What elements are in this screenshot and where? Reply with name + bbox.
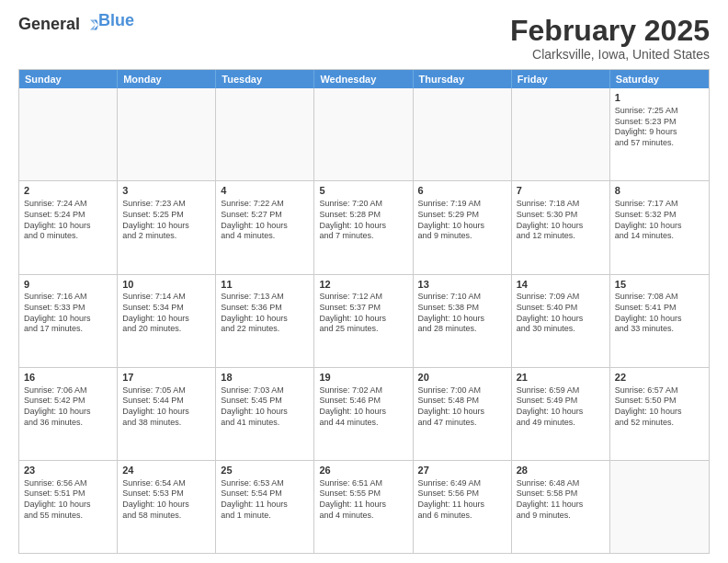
header-day-saturday: Saturday — [610, 70, 709, 88]
day-info: Sunrise: 6:49 AM Sunset: 5:56 PM Dayligh… — [418, 478, 506, 522]
day-info: Sunrise: 7:05 AM Sunset: 5:44 PM Dayligh… — [122, 385, 210, 429]
day-number: 8 — [615, 184, 704, 198]
day-cell-15: 15Sunrise: 7:08 AM Sunset: 5:41 PM Dayli… — [610, 275, 709, 367]
day-number: 10 — [122, 278, 210, 292]
day-number: 9 — [24, 278, 112, 292]
day-cell-27: 27Sunrise: 6:49 AM Sunset: 5:56 PM Dayli… — [414, 461, 512, 553]
empty-cell-4-6 — [610, 461, 709, 553]
day-cell-4: 4Sunrise: 7:22 AM Sunset: 5:27 PM Daylig… — [216, 181, 314, 273]
day-number: 13 — [418, 278, 506, 292]
empty-cell-0-5 — [512, 88, 610, 180]
day-cell-17: 17Sunrise: 7:05 AM Sunset: 5:44 PM Dayli… — [118, 368, 216, 460]
day-number: 11 — [221, 278, 309, 292]
day-cell-20: 20Sunrise: 7:00 AM Sunset: 5:48 PM Dayli… — [414, 368, 512, 460]
day-info: Sunrise: 7:10 AM Sunset: 5:38 PM Dayligh… — [418, 292, 506, 335]
day-info: Sunrise: 7:08 AM Sunset: 5:41 PM Dayligh… — [615, 292, 704, 335]
day-number: 6 — [418, 184, 506, 198]
day-cell-18: 18Sunrise: 7:03 AM Sunset: 5:45 PM Dayli… — [216, 368, 314, 460]
day-info: Sunrise: 7:02 AM Sunset: 5:46 PM Dayligh… — [319, 385, 407, 429]
logo-text: General Blue — [18, 15, 134, 34]
day-number: 21 — [517, 371, 605, 385]
day-cell-8: 8Sunrise: 7:17 AM Sunset: 5:32 PM Daylig… — [610, 181, 709, 273]
day-cell-14: 14Sunrise: 7:09 AM Sunset: 5:40 PM Dayli… — [512, 275, 610, 367]
day-info: Sunrise: 7:22 AM Sunset: 5:27 PM Dayligh… — [221, 199, 309, 242]
calendar-row-3: 16Sunrise: 7:06 AM Sunset: 5:42 PM Dayli… — [19, 367, 709, 460]
day-cell-7: 7Sunrise: 7:18 AM Sunset: 5:30 PM Daylig… — [512, 181, 610, 273]
day-info: Sunrise: 6:53 AM Sunset: 5:54 PM Dayligh… — [221, 478, 309, 522]
calendar-body: 1Sunrise: 7:25 AM Sunset: 5:23 PM Daylig… — [19, 88, 709, 553]
day-number: 14 — [517, 278, 605, 292]
day-cell-10: 10Sunrise: 7:14 AM Sunset: 5:34 PM Dayli… — [118, 275, 216, 367]
day-info: Sunrise: 6:48 AM Sunset: 5:58 PM Dayligh… — [517, 478, 605, 522]
day-cell-6: 6Sunrise: 7:19 AM Sunset: 5:29 PM Daylig… — [414, 181, 512, 273]
day-number: 27 — [418, 464, 506, 477]
day-number: 2 — [24, 184, 112, 198]
day-info: Sunrise: 7:20 AM Sunset: 5:28 PM Dayligh… — [319, 199, 407, 242]
day-cell-19: 19Sunrise: 7:02 AM Sunset: 5:46 PM Dayli… — [314, 368, 413, 460]
day-cell-9: 9Sunrise: 7:16 AM Sunset: 5:33 PM Daylig… — [19, 275, 118, 367]
day-info: Sunrise: 7:23 AM Sunset: 5:25 PM Dayligh… — [122, 199, 210, 242]
day-cell-26: 26Sunrise: 6:51 AM Sunset: 5:55 PM Dayli… — [314, 461, 413, 553]
svg-marker-1 — [90, 19, 95, 29]
day-number: 28 — [517, 464, 605, 477]
day-info: Sunrise: 6:57 AM Sunset: 5:50 PM Dayligh… — [615, 385, 704, 429]
header-day-monday: Monday — [118, 70, 216, 88]
day-info: Sunrise: 7:09 AM Sunset: 5:40 PM Dayligh… — [517, 292, 605, 335]
day-number: 22 — [615, 371, 704, 385]
day-number: 19 — [319, 371, 407, 385]
header-day-tuesday: Tuesday — [216, 70, 314, 88]
day-number: 1 — [615, 91, 704, 105]
header-day-friday: Friday — [512, 70, 610, 88]
day-number: 17 — [122, 371, 210, 385]
day-number: 4 — [221, 184, 309, 198]
header-day-wednesday: Wednesday — [314, 70, 413, 88]
calendar-row-2: 9Sunrise: 7:16 AM Sunset: 5:33 PM Daylig… — [19, 274, 709, 367]
header-day-sunday: Sunday — [19, 70, 118, 88]
day-number: 3 — [122, 184, 210, 198]
day-cell-25: 25Sunrise: 6:53 AM Sunset: 5:54 PM Dayli… — [216, 461, 314, 553]
day-cell-28: 28Sunrise: 6:48 AM Sunset: 5:58 PM Dayli… — [512, 461, 610, 553]
day-cell-24: 24Sunrise: 6:54 AM Sunset: 5:53 PM Dayli… — [118, 461, 216, 553]
day-number: 24 — [122, 464, 210, 477]
day-number: 20 — [418, 371, 506, 385]
day-cell-11: 11Sunrise: 7:13 AM Sunset: 5:36 PM Dayli… — [216, 275, 314, 367]
day-info: Sunrise: 7:06 AM Sunset: 5:42 PM Dayligh… — [24, 385, 112, 429]
day-info: Sunrise: 7:03 AM Sunset: 5:45 PM Dayligh… — [221, 385, 309, 429]
calendar: SundayMondayTuesdayWednesdayThursdayFrid… — [18, 69, 710, 554]
day-cell-12: 12Sunrise: 7:12 AM Sunset: 5:37 PM Dayli… — [314, 275, 413, 367]
calendar-row-1: 2Sunrise: 7:24 AM Sunset: 5:24 PM Daylig… — [19, 180, 709, 273]
day-cell-21: 21Sunrise: 6:59 AM Sunset: 5:49 PM Dayli… — [512, 368, 610, 460]
day-cell-5: 5Sunrise: 7:20 AM Sunset: 5:28 PM Daylig… — [314, 181, 413, 273]
empty-cell-0-2 — [216, 88, 314, 180]
calendar-row-4: 23Sunrise: 6:56 AM Sunset: 5:51 PM Dayli… — [19, 460, 709, 553]
day-number: 25 — [221, 464, 309, 477]
day-number: 26 — [319, 464, 407, 477]
day-info: Sunrise: 7:19 AM Sunset: 5:29 PM Dayligh… — [418, 199, 506, 242]
day-cell-3: 3Sunrise: 7:23 AM Sunset: 5:25 PM Daylig… — [118, 181, 216, 273]
day-info: Sunrise: 7:14 AM Sunset: 5:34 PM Dayligh… — [122, 292, 210, 335]
day-cell-16: 16Sunrise: 7:06 AM Sunset: 5:42 PM Dayli… — [19, 368, 118, 460]
main-title: February 2025 — [510, 15, 710, 47]
logo-blue: Blue — [98, 11, 134, 30]
day-number: 18 — [221, 371, 309, 385]
empty-cell-0-1 — [118, 88, 216, 180]
day-info: Sunrise: 7:00 AM Sunset: 5:48 PM Dayligh… — [418, 385, 506, 429]
day-number: 5 — [319, 184, 407, 198]
day-cell-2: 2Sunrise: 7:24 AM Sunset: 5:24 PM Daylig… — [19, 181, 118, 273]
day-number: 23 — [24, 464, 112, 477]
title-area: February 2025 Clarksville, Iowa, United … — [510, 15, 710, 62]
logo-general: General — [18, 15, 80, 34]
calendar-header: SundayMondayTuesdayWednesdayThursdayFrid… — [19, 70, 709, 88]
subtitle: Clarksville, Iowa, United States — [510, 47, 710, 62]
header: General Blue February 2025 Clarksville, … — [18, 15, 710, 62]
day-info: Sunrise: 7:13 AM Sunset: 5:36 PM Dayligh… — [221, 292, 309, 335]
day-info: Sunrise: 7:17 AM Sunset: 5:32 PM Dayligh… — [615, 199, 704, 242]
empty-cell-0-0 — [19, 88, 118, 180]
day-number: 12 — [319, 278, 407, 292]
day-info: Sunrise: 7:12 AM Sunset: 5:37 PM Dayligh… — [319, 292, 407, 335]
empty-cell-0-3 — [314, 88, 413, 180]
day-cell-13: 13Sunrise: 7:10 AM Sunset: 5:38 PM Dayli… — [414, 275, 512, 367]
day-cell-1: 1Sunrise: 7:25 AM Sunset: 5:23 PM Daylig… — [610, 88, 709, 180]
day-info: Sunrise: 7:18 AM Sunset: 5:30 PM Dayligh… — [517, 199, 605, 242]
day-info: Sunrise: 6:51 AM Sunset: 5:55 PM Dayligh… — [319, 478, 407, 522]
